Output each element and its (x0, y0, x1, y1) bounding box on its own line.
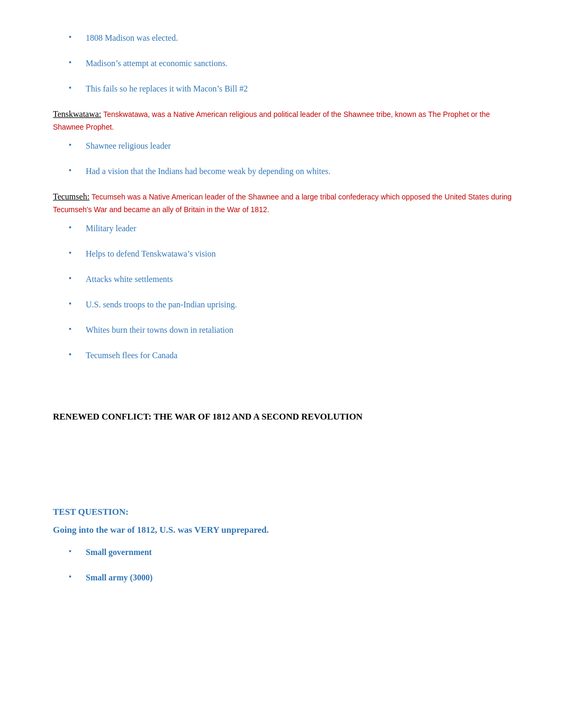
list-item: ▪ Attacks white settlements (53, 273, 520, 286)
bullet-icon: ▪ (69, 249, 79, 257)
section-heading: RENEWED CONFLICT: THE WAR OF 1812 AND A … (53, 412, 520, 422)
tecumseh-section: Tecumseh: Tecumseh was a Native American… (53, 190, 520, 362)
bullet-icon: ▪ (69, 350, 79, 359)
bullet-icon: ▪ (69, 274, 79, 283)
list-item: ▪ Shawnee religious leader (53, 140, 520, 152)
list-item: ▪ Whites burn their towns down in retali… (53, 324, 520, 336)
bullet-icon: ▪ (69, 223, 79, 232)
tenskwatawa-heading: Tenskwatawa: Tenskwatawa, was a Native A… (53, 108, 520, 133)
bullet-icon: ▪ (69, 299, 79, 308)
test-question-section: TEST QUESTION: Going into the war of 181… (53, 507, 520, 584)
bullet-text: Whites burn their towns down in retaliat… (86, 324, 233, 336)
tenskwatawa-bullet-list: ▪ Shawnee religious leader ▪ Had a visio… (53, 140, 520, 178)
bullet-text: This fails so he replaces it with Macon’… (86, 83, 248, 95)
test-question-label: TEST QUESTION: (53, 507, 520, 517)
bullet-text: Small government (86, 546, 152, 559)
tecumseh-name: Tecumseh: (53, 192, 89, 201)
bullet-icon: ▪ (69, 141, 79, 149)
bullet-icon: ▪ (69, 547, 79, 556)
list-item: ▪ Tecumseh flees for Canada (53, 349, 520, 362)
list-item: ▪ Helps to defend Tenskwatawa’s vision (53, 248, 520, 260)
bullet-text: 1808 Madison was elected. (86, 32, 178, 44)
list-item: ▪ 1808 Madison was elected. (53, 32, 520, 44)
tenskwatawa-section: Tenskwatawa: Tenskwatawa, was a Native A… (53, 108, 520, 178)
list-item: ▪ Madison’s attempt at economic sanction… (53, 57, 520, 70)
tenskwatawa-name: Tenskwatawa: (53, 110, 101, 119)
bullet-icon: ▪ (69, 166, 79, 175)
bullet-text: Shawnee religious leader (86, 140, 171, 152)
bullet-icon: ▪ (69, 33, 79, 41)
list-item: ▪ Small army (3000) (53, 571, 520, 584)
bullet-icon: ▪ (69, 58, 79, 67)
tecumseh-desc: Tecumseh was a Native American leader of… (53, 193, 512, 214)
list-item: ▪ U.S. sends troops to the pan-Indian up… (53, 298, 520, 311)
bullet-text: Madison’s attempt at economic sanctions. (86, 57, 228, 70)
list-item: ▪ Small government (53, 546, 520, 559)
test-question-text: Going into the war of 1812, U.S. was VER… (53, 525, 520, 535)
bullet-text: Attacks white settlements (86, 273, 173, 286)
tecumseh-heading: Tecumseh: Tecumseh was a Native American… (53, 190, 520, 216)
bullet-text: Military leader (86, 222, 137, 235)
bullet-text: Tecumseh flees for Canada (86, 349, 177, 362)
bullet-icon: ▪ (69, 572, 79, 581)
bullet-text: Had a vision that the Indians had become… (86, 165, 331, 178)
test-question-bullet-list: ▪ Small government ▪ Small army (3000) (53, 546, 520, 584)
list-item: ▪ Military leader (53, 222, 520, 235)
bullet-text: Helps to defend Tenskwatawa’s vision (86, 248, 216, 260)
list-item: ▪ This fails so he replaces it with Maco… (53, 83, 520, 95)
bullet-text: U.S. sends troops to the pan-Indian upri… (86, 298, 237, 311)
bullet-icon: ▪ (69, 325, 79, 333)
bullet-icon: ▪ (69, 84, 79, 92)
tecumseh-bullet-list: ▪ Military leader ▪ Helps to defend Tens… (53, 222, 520, 362)
list-item: ▪ Had a vision that the Indians had beco… (53, 165, 520, 178)
bullet-text: Small army (3000) (86, 571, 152, 584)
tenskwatawa-desc: Tenskwatawa, was a Native American relig… (53, 110, 490, 131)
top-bullet-list: ▪ 1808 Madison was elected. ▪ Madison’s … (53, 32, 520, 95)
